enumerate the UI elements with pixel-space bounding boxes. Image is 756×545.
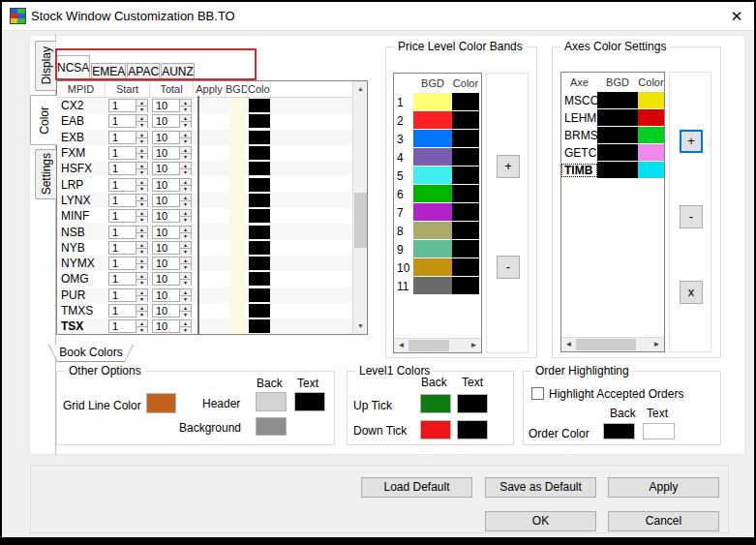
start-stepper[interactable]: 1 ▴▾ (108, 226, 148, 239)
spin-down-icon[interactable]: ▾ (180, 201, 191, 207)
price-band-row[interactable]: 2 (394, 111, 481, 130)
spinner-arrows[interactable]: ▴▾ (136, 227, 147, 238)
bgd-color-swatch[interactable] (229, 113, 245, 129)
column-header-apply[interactable]: Apply (194, 81, 226, 97)
scrollbar-thumb[interactable] (408, 340, 449, 351)
spinner-arrows[interactable]: ▴▾ (179, 179, 191, 191)
up-tick-back-swatch[interactable] (420, 394, 451, 413)
band-color-swatch[interactable] (452, 167, 479, 185)
apply-checkbox[interactable] (197, 317, 199, 335)
table-row[interactable]: NYB 1 ▴▾ 10 ▴▾ (57, 240, 367, 256)
spinner-arrows[interactable]: ▴▾ (179, 163, 191, 174)
add-band-button[interactable]: + (497, 155, 520, 178)
total-stepper[interactable]: 10 ▴▾ (152, 257, 192, 270)
spin-up-icon[interactable]: ▴ (180, 227, 191, 233)
spinner-arrows[interactable]: ▴▾ (179, 147, 191, 159)
spinner-arrows[interactable]: ▴▾ (136, 320, 147, 332)
scrollbar-thumb[interactable] (576, 339, 636, 350)
axes-horizontal-scrollbar[interactable]: ◄ ► (561, 337, 664, 351)
band-color-swatch[interactable] (452, 203, 479, 222)
bgd-color-swatch[interactable] (229, 98, 245, 113)
table-row[interactable]: LRP 1 ▴▾ 10 ▴▾ (57, 176, 367, 192)
band-bgd-swatch[interactable] (413, 185, 452, 203)
spinner-arrows[interactable]: ▴▾ (179, 210, 191, 222)
table-row[interactable]: FXM 1 ▴▾ 10 ▴▾ (57, 145, 367, 161)
text-color-swatch[interactable] (249, 272, 270, 286)
close-icon[interactable]: ✕ (722, 4, 751, 28)
spinner-arrows[interactable]: ▴▾ (136, 100, 147, 111)
spinner-arrows[interactable]: ▴▾ (136, 147, 147, 159)
table-row[interactable]: CX2 1 ▴▾ 10 ▴▾ (57, 98, 367, 113)
start-stepper[interactable]: 1 ▴▾ (108, 288, 148, 302)
band-bgd-swatch[interactable] (413, 222, 452, 240)
spin-up-icon[interactable]: ▴ (136, 100, 147, 106)
spinner-arrows[interactable]: ▴▾ (136, 305, 147, 317)
bgd-color-swatch[interactable] (229, 145, 245, 161)
spin-down-icon[interactable]: ▾ (136, 201, 147, 207)
table-row[interactable]: HSFX 1 ▴▾ 10 ▴▾ (57, 161, 367, 176)
axe-color-swatch[interactable] (638, 109, 664, 127)
spinner-arrows[interactable]: ▴▾ (179, 305, 191, 317)
grid-line-color-swatch[interactable] (146, 393, 176, 413)
bgd-color-swatch[interactable] (229, 271, 245, 287)
spinner-arrows[interactable]: ▴▾ (179, 115, 191, 127)
spin-down-icon[interactable]: ▾ (180, 327, 191, 333)
text-color-swatch[interactable] (249, 226, 270, 239)
spinner-arrows[interactable]: ▴▾ (179, 132, 191, 143)
bgd-color-swatch[interactable] (229, 318, 245, 334)
spin-up-icon[interactable]: ▴ (136, 195, 147, 201)
spinner-arrows[interactable]: ▴▾ (136, 195, 147, 206)
remove-axe-button[interactable]: - (680, 205, 703, 228)
spin-down-icon[interactable]: ▾ (136, 217, 147, 223)
spin-down-icon[interactable]: ▾ (136, 122, 147, 128)
spin-up-icon[interactable]: ▴ (136, 132, 147, 138)
spin-down-icon[interactable]: ▾ (180, 296, 191, 302)
apply-button[interactable]: Apply (608, 477, 719, 498)
spin-down-icon[interactable]: ▾ (180, 217, 191, 223)
text-color-swatch[interactable] (249, 194, 270, 207)
side-tab[interactable]: Display (35, 41, 56, 91)
total-stepper[interactable]: 10 ▴▾ (152, 241, 192, 255)
spin-down-icon[interactable]: ▾ (180, 233, 191, 239)
spinner-arrows[interactable]: ▴▾ (179, 195, 191, 206)
region-tab[interactable]: EMEA (91, 63, 126, 80)
spin-up-icon[interactable]: ▴ (136, 273, 147, 280)
table-row[interactable]: TMXS 1 ▴▾ 10 ▴▾ (57, 303, 367, 318)
spin-down-icon[interactable]: ▾ (136, 264, 147, 270)
scroll-left-icon[interactable]: ◄ (561, 338, 576, 352)
start-stepper[interactable]: 1 ▴▾ (108, 304, 148, 318)
down-tick-back-swatch[interactable] (420, 420, 451, 439)
region-tab[interactable]: AUNZ (161, 63, 195, 80)
add-axe-button[interactable]: + (680, 130, 703, 153)
spin-up-icon[interactable]: ▴ (136, 163, 147, 169)
axe-bgd-swatch[interactable] (597, 127, 638, 144)
text-color-swatch[interactable] (249, 146, 270, 160)
highlight-accepted-orders-checkbox[interactable] (531, 387, 544, 400)
band-bgd-swatch[interactable] (413, 258, 452, 277)
spin-down-icon[interactable]: ▾ (180, 154, 191, 160)
start-stepper[interactable]: 1 ▴▾ (108, 146, 148, 160)
table-row[interactable]: MINF 1 ▴▾ 10 ▴▾ (57, 208, 367, 224)
total-stepper[interactable]: 10 ▴▾ (152, 178, 192, 192)
up-tick-text-swatch[interactable] (457, 394, 488, 413)
spin-up-icon[interactable]: ▴ (180, 100, 191, 106)
scroll-right-icon[interactable]: ► (650, 338, 664, 352)
spinner-arrows[interactable]: ▴▾ (136, 179, 147, 191)
spin-down-icon[interactable]: ▾ (180, 264, 191, 270)
spin-down-icon[interactable]: ▾ (136, 186, 147, 192)
total-stepper[interactable]: 10 ▴▾ (152, 131, 192, 144)
table-row[interactable]: EAB 1 ▴▾ 10 ▴▾ (57, 113, 367, 129)
axes-row[interactable]: LEHM (561, 109, 664, 127)
axes-row[interactable]: TIMB (561, 162, 664, 179)
spin-up-icon[interactable]: ▴ (180, 257, 191, 264)
band-color-swatch[interactable] (452, 240, 479, 258)
start-stepper[interactable]: 1 ▴▾ (108, 162, 148, 175)
header-back-swatch[interactable] (256, 392, 287, 411)
spin-down-icon[interactable]: ▾ (180, 280, 191, 286)
total-stepper[interactable]: 10 ▴▾ (152, 319, 192, 333)
text-color-swatch[interactable] (249, 241, 270, 255)
region-tab[interactable]: NCSA (56, 55, 90, 80)
scroll-right-icon[interactable]: ► (467, 339, 481, 353)
spin-up-icon[interactable]: ▴ (180, 179, 191, 186)
column-header-mpid[interactable]: MPID (57, 81, 106, 97)
